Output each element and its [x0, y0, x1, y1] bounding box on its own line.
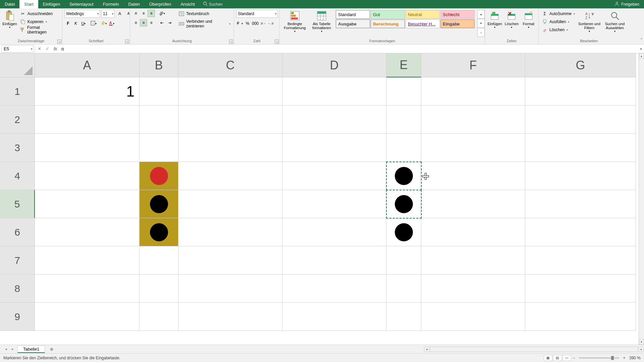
- cell-F6[interactable]: [421, 218, 525, 246]
- style-schlecht[interactable]: Schlecht: [440, 10, 475, 19]
- insert-cells-button[interactable]: Einfügen▾: [487, 10, 502, 37]
- row-header-8[interactable]: 8: [0, 275, 35, 303]
- cell-A5[interactable]: [35, 190, 140, 218]
- borders-button[interactable]: ▾: [90, 20, 97, 27]
- delete-cells-button[interactable]: Löschen▾: [504, 10, 519, 37]
- gallery-more-button[interactable]: ⌄: [477, 28, 485, 37]
- cell-A6[interactable]: [35, 218, 140, 246]
- cell-C8[interactable]: [178, 275, 282, 303]
- format-painter-button[interactable]: Format übertragen: [19, 26, 60, 34]
- format-cells-button[interactable]: Format▾: [521, 10, 536, 37]
- column-header-D[interactable]: D: [282, 53, 386, 77]
- cell-G8[interactable]: [525, 275, 636, 303]
- zoom-slider[interactable]: [579, 357, 619, 359]
- row-header-3[interactable]: 3: [0, 134, 35, 162]
- cell-C5[interactable]: [178, 190, 282, 218]
- clipboard-launcher[interactable]: ↘: [57, 40, 61, 44]
- row-header-2[interactable]: 2: [0, 106, 35, 134]
- decrease-decimal-button[interactable]: ←.0: [267, 20, 274, 27]
- cell-E8[interactable]: [386, 275, 421, 303]
- cell-A4[interactable]: [35, 162, 140, 190]
- cell-C7[interactable]: [178, 246, 282, 275]
- align-center-button[interactable]: ≡: [140, 19, 147, 26]
- tab-einfuegen[interactable]: Einfügen: [38, 0, 65, 8]
- cell-F5[interactable]: [421, 190, 525, 218]
- zoom-in-button[interactable]: +: [622, 356, 627, 360]
- align-right-button[interactable]: ≡: [148, 19, 155, 26]
- insert-function-button[interactable]: fx: [51, 45, 59, 53]
- view-normal-button[interactable]: ▦: [544, 355, 552, 361]
- column-header-A[interactable]: A: [35, 53, 140, 77]
- cell-B2[interactable]: [140, 106, 178, 134]
- view-page-break-button[interactable]: ▭: [562, 355, 571, 361]
- tab-daten[interactable]: Daten: [123, 0, 145, 8]
- cancel-formula-button[interactable]: ✕: [35, 45, 43, 53]
- tab-formeln[interactable]: Formeln: [98, 0, 124, 8]
- cell-G1[interactable]: [525, 77, 636, 106]
- cell-G7[interactable]: [525, 246, 636, 275]
- style-ausgabe[interactable]: Ausgabe: [336, 19, 370, 28]
- decrease-indent-button[interactable]: ⇤: [158, 19, 166, 26]
- cell-C9[interactable]: [178, 303, 282, 331]
- formula-input[interactable]: [59, 45, 638, 53]
- cell-F9[interactable]: [421, 303, 525, 331]
- select-all-button[interactable]: [0, 53, 35, 77]
- gallery-up-button[interactable]: ▴: [477, 10, 485, 19]
- number-format-combo[interactable]: Standard▾: [236, 10, 278, 18]
- cell-A9[interactable]: [35, 303, 140, 331]
- cell-D5[interactable]: [282, 190, 386, 218]
- cell-C1[interactable]: [178, 77, 282, 106]
- column-header-C[interactable]: C: [178, 53, 282, 77]
- row-header-6[interactable]: 6: [0, 218, 35, 246]
- row-header-4[interactable]: 4: [0, 162, 35, 190]
- zoom-thumb[interactable]: [611, 356, 614, 360]
- align-bottom-button[interactable]: ≡: [148, 10, 155, 17]
- cell-D1[interactable]: [282, 77, 386, 106]
- align-middle-button[interactable]: ≡: [140, 10, 147, 17]
- cell-F4[interactable]: [421, 162, 525, 190]
- cell-B7[interactable]: [140, 246, 178, 275]
- find-select-button[interactable]: Suchen und Auswählen▾: [602, 10, 627, 37]
- accounting-format-button[interactable]: ₽▾: [236, 20, 244, 27]
- paste-button[interactable]: Einfügen ▾: [2, 10, 17, 37]
- cell-E2[interactable]: [386, 106, 421, 134]
- column-header-F[interactable]: F: [421, 53, 525, 77]
- cell-F1[interactable]: [421, 77, 525, 106]
- share-button[interactable]: Freigeben: [610, 0, 644, 8]
- expand-formula-bar-button[interactable]: ▾: [638, 47, 644, 51]
- cell-A8[interactable]: [35, 275, 140, 303]
- cell-A7[interactable]: [35, 246, 140, 275]
- cell-D2[interactable]: [282, 106, 386, 134]
- copy-button[interactable]: Kopieren ▾: [19, 18, 60, 26]
- cell-E3[interactable]: [386, 134, 421, 162]
- cell-F2[interactable]: [421, 106, 525, 134]
- tell-me-search[interactable]: Suchen: [200, 0, 226, 8]
- cell-D7[interactable]: [282, 246, 386, 275]
- sheet-prev-button[interactable]: ◂: [3, 347, 9, 351]
- wrap-text-button[interactable]: Textumbruch: [177, 10, 232, 18]
- column-header-B[interactable]: B: [140, 53, 178, 77]
- font-launcher[interactable]: ↘: [125, 40, 129, 44]
- tab-start[interactable]: Start: [19, 0, 38, 8]
- autosum-button[interactable]: Σ AutoSumme ▾: [541, 10, 576, 18]
- cell-D3[interactable]: [282, 134, 386, 162]
- cell-D6[interactable]: [282, 218, 386, 246]
- font-name-combo[interactable]: Webdings▾: [64, 10, 100, 18]
- spreadsheet-grid[interactable]: ABCDEFG 123456789 1 ▴ ▾: [0, 53, 644, 345]
- cell-D4[interactable]: [282, 162, 386, 190]
- horizontal-scrollbar[interactable]: [430, 347, 638, 352]
- conditional-formatting-button[interactable]: Bedingte Formatierung▾: [282, 10, 308, 37]
- cell-D8[interactable]: [282, 275, 386, 303]
- cell-E1[interactable]: [386, 77, 421, 106]
- cut-button[interactable]: ✂ Ausschneiden: [19, 10, 60, 18]
- tab-seitenlayout[interactable]: Seitenlayout: [65, 0, 98, 8]
- column-header-E[interactable]: E: [386, 53, 421, 77]
- cell-E5[interactable]: [386, 190, 421, 218]
- style-berechnung[interactable]: Berechnung: [371, 19, 405, 28]
- cell-E7[interactable]: [386, 246, 421, 275]
- cell-styles-gallery[interactable]: Standard Gut Neutral Schlecht Ausgabe Be…: [335, 10, 476, 28]
- sheet-next-button[interactable]: ▸: [9, 347, 16, 351]
- cell-C6[interactable]: [178, 218, 282, 246]
- cell-F7[interactable]: [421, 246, 525, 275]
- cell-D9[interactable]: [282, 303, 386, 331]
